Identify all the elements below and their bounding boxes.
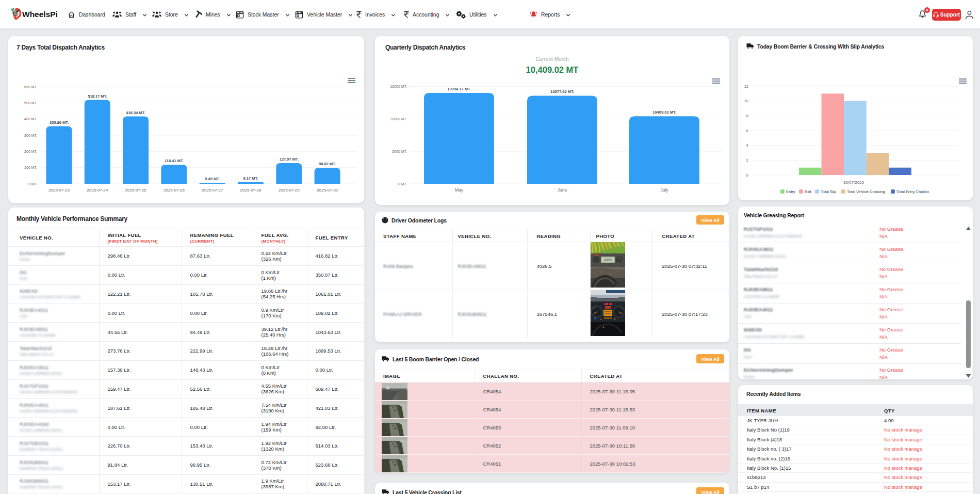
svg-text:9.17 MT.: 9.17 MT. <box>243 176 258 181</box>
svg-text:10000 MT.: 10000 MT. <box>390 117 407 121</box>
svg-text:100 MT.: 100 MT. <box>24 166 37 169</box>
svg-text:300 MT.: 300 MT. <box>24 134 37 137</box>
svg-text:0 MT.: 0 MT. <box>398 182 407 186</box>
svg-text:2025-07-23: 2025-07-23 <box>48 188 70 193</box>
svg-text:355.86 MT.: 355.86 MT. <box>50 120 69 125</box>
svg-text:Total Vehicle Crossing: Total Vehicle Crossing <box>847 189 885 194</box>
svg-text:500 MT.: 500 MT. <box>24 101 37 105</box>
svg-text:Total Slip: Total Slip <box>821 189 836 194</box>
svg-text:13577.62 MT.: 13577.62 MT. <box>550 89 574 94</box>
svg-text:5000 MT.: 5000 MT. <box>392 150 407 153</box>
svg-text:127.97 MT.: 127.97 MT. <box>280 157 299 162</box>
svg-text:200 MT.: 200 MT. <box>24 150 37 153</box>
svg-text:5.49 MT.: 5.49 MT. <box>205 177 220 181</box>
svg-text:6: 6 <box>746 129 748 133</box>
svg-text:2025-07-26: 2025-07-26 <box>164 188 185 193</box>
svg-text:2: 2 <box>746 158 748 163</box>
svg-text:10: 10 <box>744 99 748 103</box>
svg-text:2025-07-30: 2025-07-30 <box>317 188 338 193</box>
svg-text:15000 MT.: 15000 MT. <box>390 85 407 88</box>
svg-text:June: June <box>558 187 567 193</box>
svg-text:98.82 MT.: 98.82 MT. <box>319 162 336 166</box>
svg-text:30/07/2025: 30/07/2025 <box>843 180 864 185</box>
svg-text:Entry: Entry <box>786 189 795 194</box>
svg-text:2025-07-28: 2025-07-28 <box>240 188 262 193</box>
svg-text:10409.02 MT.: 10409.02 MT. <box>652 110 676 115</box>
svg-text:2025-07-25: 2025-07-25 <box>125 188 146 193</box>
svg-text:13994.17 MT.: 13994.17 MT. <box>447 87 470 91</box>
svg-text:May: May <box>455 187 464 193</box>
svg-text:600 MT.: 600 MT. <box>24 85 37 89</box>
svg-text:4: 4 <box>746 143 748 148</box>
svg-text:12: 12 <box>744 84 748 89</box>
svg-text:2025-07-27: 2025-07-27 <box>202 188 223 193</box>
svg-text:2025-07-29: 2025-07-29 <box>279 188 300 193</box>
svg-text:0: 0 <box>746 173 748 178</box>
svg-text:400 MT.: 400 MT. <box>24 117 37 121</box>
svg-text:118.41 MT.: 118.41 MT. <box>165 158 184 163</box>
svg-text:Total Entry Challan: Total Entry Challan <box>896 189 929 194</box>
svg-text:518.17 MT.: 518.17 MT. <box>88 94 107 99</box>
svg-text:July: July <box>660 187 668 193</box>
svg-text:Exit: Exit <box>805 189 811 194</box>
svg-text:45055: 45055 <box>603 259 611 262</box>
svg-text:8: 8 <box>746 114 748 118</box>
svg-text:0 MT.: 0 MT. <box>28 182 37 186</box>
svg-text:416.34 MT.: 416.34 MT. <box>126 110 145 115</box>
svg-text:2025-07-24: 2025-07-24 <box>87 188 108 193</box>
